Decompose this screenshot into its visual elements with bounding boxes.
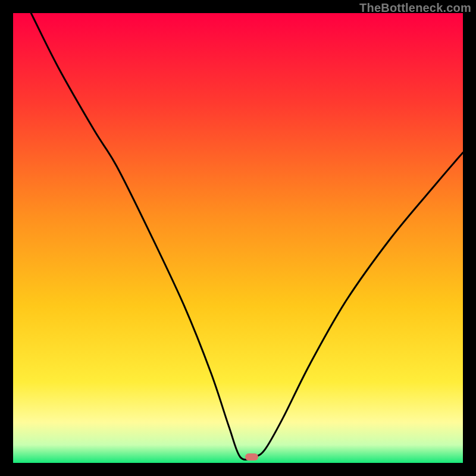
background-gradient (13, 13, 463, 463)
svg-rect-0 (13, 13, 463, 463)
plot-area (13, 13, 463, 463)
chart-frame: TheBottleneck.com (0, 0, 476, 476)
optimum-marker (245, 453, 258, 461)
